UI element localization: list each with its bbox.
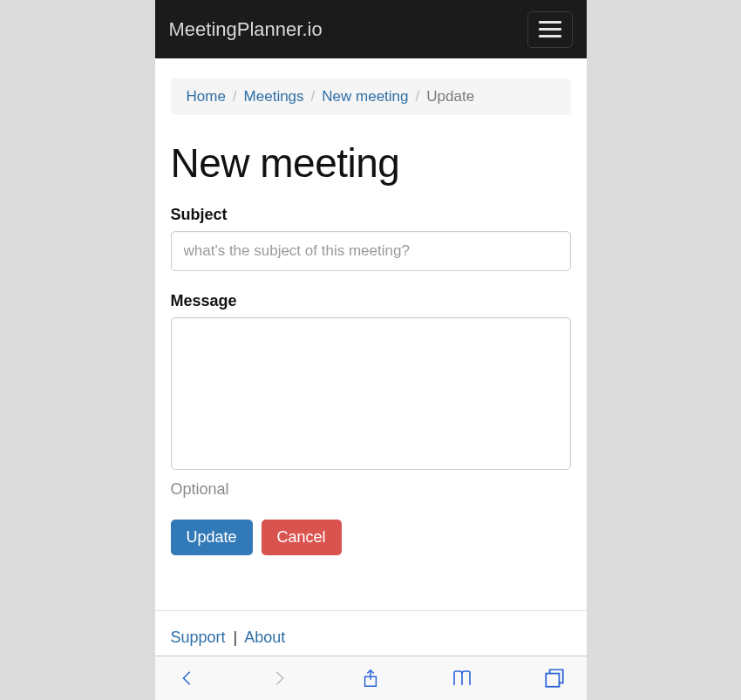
subject-label: Subject [171,206,571,224]
brand-title[interactable]: MeetingPlanner.io [169,18,323,41]
hamburger-icon [539,21,561,24]
app-frame: MeetingPlanner.io Home / Meetings / New … [155,0,587,700]
breadcrumb-separator: / [233,88,237,105]
breadcrumb-current: Update [426,88,474,105]
page-title: New meeting [171,139,571,187]
forward-button[interactable] [266,665,292,691]
svg-rect-3 [546,674,559,687]
message-label: Message [171,292,571,310]
breadcrumb-separator: / [311,88,316,105]
tabs-button[interactable] [541,665,568,691]
breadcrumb-home[interactable]: Home [187,88,226,105]
about-link[interactable]: About [244,629,285,646]
breadcrumb-separator: / [416,88,420,105]
form-actions: Update Cancel [171,520,571,555]
bookmarks-button[interactable] [449,665,475,691]
footer-links: Support | About [155,611,587,656]
hamburger-icon [539,35,561,37]
cancel-button[interactable]: Cancel [262,520,342,555]
hamburger-icon [539,28,561,31]
message-hint: Optional [171,480,571,499]
breadcrumb: Home / Meetings / New meeting / Update [171,78,571,115]
breadcrumb-meetings[interactable]: Meetings [244,88,304,105]
menu-toggle-button[interactable] [527,11,573,48]
share-button[interactable] [357,665,384,691]
main-content: Home / Meetings / New meeting / Update N… [155,58,587,610]
navbar: MeetingPlanner.io [155,0,587,58]
footer-pipe: | [230,629,241,646]
back-button[interactable] [174,665,201,691]
browser-toolbar [155,656,587,700]
support-link[interactable]: Support [171,629,226,646]
breadcrumb-new-meeting[interactable]: New meeting [322,88,408,105]
subject-input[interactable] [171,231,571,271]
update-button[interactable]: Update [171,520,253,555]
message-textarea[interactable] [171,317,571,470]
